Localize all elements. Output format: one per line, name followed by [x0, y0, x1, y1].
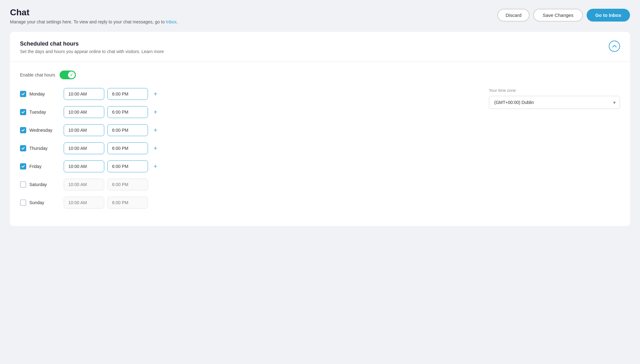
checkbox-saturday[interactable] — [20, 181, 26, 188]
checkbox-monday[interactable] — [20, 91, 26, 97]
card-title: Scheduled chat hours — [20, 41, 164, 47]
day-name-friday: Friday — [29, 164, 64, 169]
timezone-label: Your time zone — [489, 88, 620, 93]
end-time-thursday[interactable] — [107, 142, 148, 154]
schedule-days: Monday+ Tuesday+ Wednesday+ Thursday+ Fr… — [20, 88, 476, 215]
end-time-wednesday[interactable] — [107, 124, 148, 136]
timezone-select[interactable]: (GMT+00:00) Dublin(GMT+00:00) London(GMT… — [489, 96, 620, 109]
schedule-grid: Monday+ Tuesday+ Wednesday+ Thursday+ Fr… — [20, 88, 620, 215]
day-row-sunday: Sunday — [20, 197, 476, 209]
add-time-range-friday[interactable]: + — [152, 162, 159, 171]
day-row-tuesday: Tuesday+ — [20, 106, 476, 118]
day-row-monday: Monday+ — [20, 88, 476, 100]
start-time-monday[interactable] — [64, 88, 104, 100]
start-time-wednesday[interactable] — [64, 124, 104, 136]
start-time-friday[interactable] — [64, 160, 104, 172]
save-changes-button[interactable]: Save Changes — [533, 9, 583, 22]
start-time-tuesday[interactable] — [64, 106, 104, 118]
page-subtitle: Manage your chat settings here. To view … — [10, 19, 178, 24]
day-row-friday: Friday+ — [20, 160, 476, 172]
toggle-check-icon: ✓ — [70, 73, 73, 77]
checkbox-friday[interactable] — [20, 163, 26, 170]
end-time-tuesday[interactable] — [107, 106, 148, 118]
end-time-monday[interactable] — [107, 88, 148, 100]
day-name-monday: Monday — [29, 91, 64, 96]
day-name-tuesday: Tuesday — [29, 110, 64, 115]
enable-label: Enable chat hours — [20, 72, 55, 77]
checkbox-sunday[interactable] — [20, 199, 26, 206]
day-row-thursday: Thursday+ — [20, 142, 476, 154]
inbox-link[interactable]: Inbox — [166, 19, 176, 24]
toggle-thumb: ✓ — [68, 71, 75, 78]
card-header: Scheduled chat hours Set the days and ho… — [10, 32, 630, 62]
day-row-saturday: Saturday — [20, 179, 476, 190]
add-time-range-thursday[interactable]: + — [152, 144, 159, 153]
page-title: Chat — [10, 7, 178, 17]
checkbox-wednesday[interactable] — [20, 127, 26, 133]
checkbox-thursday[interactable] — [20, 145, 26, 151]
start-time-saturday — [64, 179, 104, 190]
day-name-wednesday: Wednesday — [29, 128, 64, 133]
header-actions: Discard Save Changes Go to Inbox — [497, 9, 630, 22]
card-subtitle: Set the days and hours you appear online… — [20, 49, 164, 54]
end-time-friday[interactable] — [107, 160, 148, 172]
enable-toggle[interactable]: ✓ — [60, 71, 76, 79]
scheduled-chat-hours-card: Scheduled chat hours Set the days and ho… — [10, 32, 630, 226]
day-row-wednesday: Wednesday+ — [20, 124, 476, 136]
add-time-range-tuesday[interactable]: + — [152, 108, 159, 116]
day-name-saturday: Saturday — [29, 182, 64, 187]
collapse-button[interactable] — [609, 41, 620, 52]
enable-chat-hours-row: Enable chat hours ✓ — [20, 71, 620, 79]
card-body: Enable chat hours ✓ Monday+ Tuesday+ Wed… — [10, 62, 630, 226]
timezone-select-wrapper: (GMT+00:00) Dublin(GMT+00:00) London(GMT… — [489, 96, 620, 109]
timezone-section: Your time zone (GMT+00:00) Dublin(GMT+00… — [489, 88, 620, 215]
card-header-text: Scheduled chat hours Set the days and ho… — [20, 41, 164, 54]
start-time-thursday[interactable] — [64, 142, 104, 154]
add-time-range-wednesday[interactable]: + — [152, 126, 159, 135]
day-name-thursday: Thursday — [29, 146, 64, 151]
go-to-inbox-button[interactable]: Go to Inbox — [587, 9, 630, 22]
checkbox-tuesday[interactable] — [20, 109, 26, 115]
day-name-sunday: Sunday — [29, 200, 64, 205]
add-time-range-monday[interactable]: + — [152, 90, 159, 98]
end-time-sunday — [107, 197, 148, 209]
end-time-saturday — [107, 179, 148, 190]
discard-button[interactable]: Discard — [497, 9, 529, 22]
start-time-sunday — [64, 197, 104, 209]
